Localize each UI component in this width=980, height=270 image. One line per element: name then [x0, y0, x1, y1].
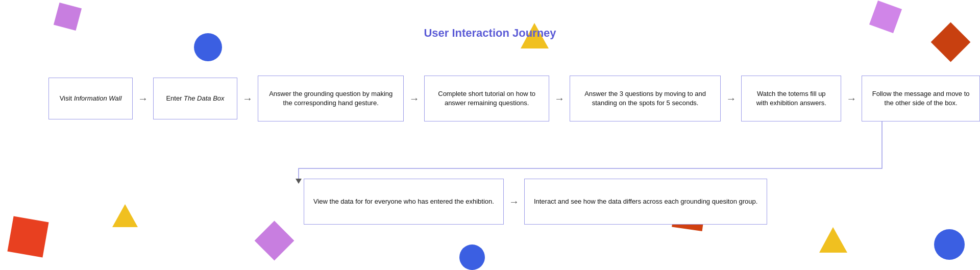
- svg-marker-2: [819, 227, 847, 253]
- decorative-blue-circle-top: [194, 33, 222, 61]
- step3-text: Answer the grounding question by making …: [267, 89, 394, 108]
- step-watch-totems: Watch the totems fill up with exhibition…: [741, 76, 841, 121]
- step-enter-data-box: Enter The Data Box: [153, 78, 237, 119]
- step7-text: Follow the message and move to the other…: [871, 89, 970, 108]
- step2-text: Enter The Data Box: [166, 94, 224, 103]
- arrow6: →: [841, 93, 862, 105]
- page-title: User Interaction Journey: [424, 27, 556, 40]
- step4-text: Complete short tutorial on how to answer…: [434, 89, 539, 108]
- step1-italic: Information Wall: [74, 94, 122, 102]
- decorative-purple-square-topleft: [54, 3, 82, 31]
- arrow5: →: [721, 93, 741, 105]
- arrow2: →: [237, 93, 258, 105]
- decorative-yellow-triangle-bottomleft: [112, 204, 138, 229]
- decorative-yellow-triangle-bottomright: [819, 227, 847, 255]
- decorative-purple-diamond-bottom: [255, 221, 295, 261]
- arrow4: →: [549, 93, 570, 105]
- step5-text: Answer the 3 questions by moving to and …: [579, 89, 711, 108]
- arrow1: →: [133, 93, 153, 105]
- flow-row2: View the data for for everyone who has e…: [304, 179, 767, 225]
- step-tutorial: Complete short tutorial on how to answer…: [424, 76, 549, 121]
- step-interact-data: Interact and see how the data differs ac…: [524, 179, 767, 225]
- decorative-purple-square-topright: [869, 1, 902, 33]
- step-visit-info-wall: Visit Information Wall: [48, 78, 133, 119]
- step-grounding-question: Answer the grounding question by making …: [258, 76, 404, 121]
- step1-text: Visit Information Wall: [60, 94, 122, 103]
- decorative-orange-square-bottomleft: [7, 216, 48, 257]
- step9-text: Interact and see how the data differs ac…: [534, 197, 757, 206]
- step6-text: Watch the totems fill up with exhibition…: [751, 89, 831, 108]
- decorative-blue-circle-bottomright: [934, 229, 965, 260]
- step8-text: View the data for for everyone who has e…: [313, 197, 494, 206]
- step-answer-questions: Answer the 3 questions by moving to and …: [570, 76, 721, 121]
- flow-row1: Visit Information Wall → Enter The Data …: [48, 76, 980, 121]
- svg-marker-3: [296, 179, 302, 184]
- step2-italic: The Data Box: [184, 94, 225, 102]
- svg-marker-1: [112, 204, 138, 227]
- arrow7: →: [504, 196, 524, 208]
- arrow3: →: [404, 93, 424, 105]
- decorative-orange-diamond-topright: [931, 22, 971, 62]
- step-view-data: View the data for for everyone who has e…: [304, 179, 504, 225]
- step-follow-message: Follow the message and move to the other…: [862, 76, 980, 121]
- decorative-blue-circle-bottom: [459, 244, 485, 270]
